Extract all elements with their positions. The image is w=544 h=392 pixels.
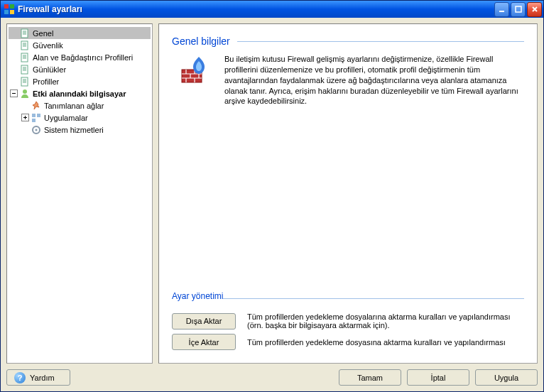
tree-item-general[interactable]: Genel (9, 27, 151, 39)
pin-icon (31, 100, 42, 111)
minimize-button[interactable] (494, 2, 509, 17)
svg-point-16 (36, 129, 38, 131)
title-rule (237, 41, 524, 42)
export-row: Dışa Aktar Tüm profillerden yedekleme do… (172, 312, 524, 330)
info-row: Bu iletişim kutusu Firewall gelişmiş aya… (172, 54, 524, 107)
section-title: Genel bilgiler (172, 36, 230, 47)
close-button[interactable] (527, 2, 542, 17)
apps-icon (31, 112, 42, 124)
tree-item-system-services[interactable]: Sistem hizmetleri (9, 124, 151, 136)
mgmt-title: Ayar yönetimi (172, 291, 223, 301)
page-icon (19, 52, 31, 63)
svg-rect-14 (32, 119, 36, 122)
tree-item-applications[interactable]: Uygulamalar (9, 111, 151, 124)
info-text: Bu iletişim kutusu Firewall gelişmiş aya… (224, 54, 524, 107)
import-button[interactable]: İçe Aktar (172, 334, 236, 350)
section-header: Genel bilgiler (172, 36, 524, 47)
import-row: İçe Aktar Tüm profillerden yedekleme dos… (172, 334, 524, 350)
tree-item-security[interactable]: Güvenlik (9, 39, 151, 51)
page-icon (19, 76, 31, 87)
user-icon (19, 88, 31, 99)
tree-item-logs[interactable]: Günlükler (9, 63, 151, 75)
svg-rect-7 (21, 41, 28, 50)
page-icon (19, 28, 31, 39)
tree-item-adapter-profiles[interactable]: Alan ve Bağdaştırıcı Profilleri (9, 51, 151, 63)
svg-rect-9 (21, 65, 28, 74)
page-icon (19, 64, 31, 75)
svg-rect-4 (499, 11, 504, 12)
bottom-bar: ? Yardım Tamam İptal Uygula (6, 368, 538, 386)
tree-item-domain-computer[interactable]: Etki alanındaki bilgisayar (9, 87, 151, 99)
svg-rect-1 (10, 4, 14, 9)
svg-rect-2 (4, 10, 9, 14)
app-icon (4, 4, 15, 15)
mgmt-header: Ayar yönetimi (172, 291, 524, 305)
svg-rect-6 (21, 29, 28, 38)
svg-rect-5 (516, 6, 521, 12)
page-icon (19, 40, 31, 51)
nav-tree[interactable]: Genel Güvenlik Alan ve Bağdaştırıcı Prof… (6, 23, 153, 364)
svg-rect-13 (37, 114, 40, 117)
detail-panel: Genel bilgiler Bu iletişim kutusu Firewa… (158, 23, 538, 364)
mgmt-rule-line (223, 298, 524, 299)
titlebar[interactable]: Firewall ayarları (1, 1, 543, 18)
content-area: Genel Güvenlik Alan ve Bağdaştırıcı Prof… (1, 18, 543, 391)
help-icon: ? (14, 372, 26, 383)
cancel-button[interactable]: İptal (407, 369, 469, 386)
svg-rect-8 (21, 53, 28, 62)
firewall-icon (172, 54, 217, 107)
help-label: Yardım (30, 374, 55, 382)
tree-item-profiles[interactable]: Profiller (9, 75, 151, 87)
window-title: Firewall ayarları (18, 4, 494, 14)
help-button[interactable]: ? Yardım (6, 369, 70, 386)
import-description: Tüm profillerden yedekleme dosyasına akt… (247, 338, 524, 347)
services-icon (31, 124, 42, 136)
window-controls (494, 2, 542, 17)
collapse-icon[interactable] (10, 89, 18, 97)
svg-rect-3 (10, 10, 14, 14)
expand-icon[interactable] (21, 114, 29, 121)
svg-rect-0 (4, 4, 9, 9)
maximize-button[interactable] (511, 2, 526, 17)
svg-point-11 (23, 89, 27, 94)
export-button[interactable]: Dışa Aktar (172, 313, 236, 330)
export-description: Tüm profillerden yedekleme dosyalarına a… (247, 312, 524, 330)
firewall-settings-window: Firewall ayarları Genel Güvenli (0, 0, 544, 392)
svg-rect-12 (32, 114, 36, 117)
apply-button[interactable]: Uygula (475, 369, 538, 386)
main-panels: Genel Güvenlik Alan ve Bağdaştırıcı Prof… (6, 23, 538, 364)
ok-button[interactable]: Tamam (339, 369, 401, 386)
svg-rect-10 (21, 77, 28, 86)
tree-item-defined-networks[interactable]: Tanımlanan ağlar (9, 99, 151, 111)
